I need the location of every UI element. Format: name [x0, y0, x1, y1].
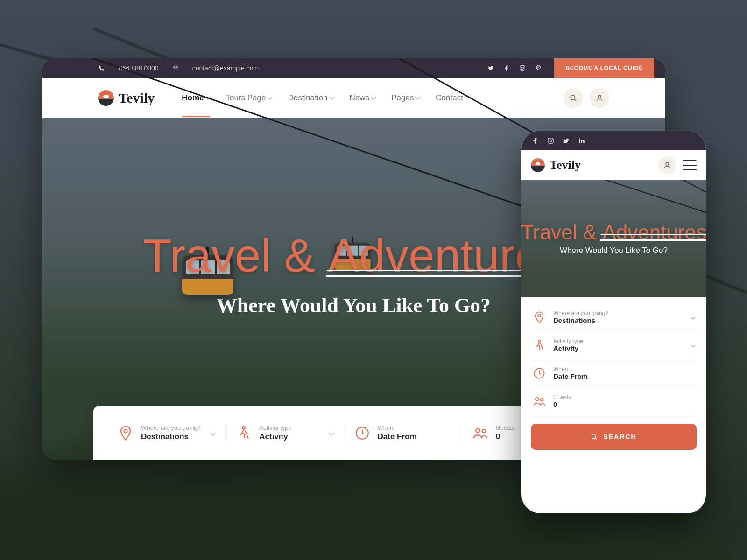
nav-destination[interactable]: Destination	[288, 93, 333, 103]
field-top: Where are you going?	[141, 424, 201, 431]
field-top: When	[378, 424, 417, 431]
field-value: Destinations	[553, 316, 608, 324]
mobile-search-form: Where are you going?Destinations Activit…	[521, 297, 706, 461]
chevron-down-icon	[691, 315, 696, 320]
become-guide-button[interactable]: BECOME A LOCAL GUIDE	[554, 58, 654, 78]
pin-icon	[118, 425, 134, 441]
brand-name: Tevily	[550, 158, 581, 172]
twitter-icon[interactable]	[487, 64, 494, 72]
nav-contact[interactable]: Contact	[436, 93, 463, 103]
field-value: Date From	[378, 432, 417, 441]
account-button[interactable]	[658, 156, 676, 174]
pinterest-icon[interactable]	[535, 64, 542, 72]
search-destination[interactable]: Where are you going?Destinations	[531, 303, 697, 331]
facebook-icon[interactable]	[532, 137, 539, 144]
hero-script: Travel & Adventures	[521, 222, 706, 243]
instagram-icon[interactable]	[547, 137, 554, 144]
brand-mark-icon	[531, 158, 545, 172]
search-activity[interactable]: Activity typeActivity	[531, 331, 697, 359]
hero-subhead: Where Would You Like To Go?	[560, 246, 668, 255]
nav-label: Pages	[391, 93, 414, 103]
hero-script-a: Travel &	[521, 221, 602, 244]
field-top: Where are you going?	[553, 310, 608, 316]
field-value: 0	[496, 432, 515, 441]
mobile-preview: Tevily Travel & Adventures Where Would Y…	[521, 131, 706, 513]
linkedin-icon[interactable]	[578, 137, 585, 144]
chevron-down-icon	[268, 94, 273, 99]
chevron-down-icon	[416, 94, 421, 99]
chevron-down-icon	[371, 94, 376, 99]
search-icon	[591, 434, 598, 441]
brand-mark-icon	[98, 90, 114, 106]
nav-news[interactable]: News	[350, 93, 376, 103]
clock-icon	[354, 425, 370, 441]
pin-icon	[533, 311, 546, 324]
field-top: Guests	[553, 394, 571, 400]
facebook-icon[interactable]	[503, 64, 510, 72]
topbar-email: contact@example.com	[192, 64, 259, 72]
field-value: Activity	[259, 432, 291, 441]
field-top: Guests	[496, 424, 515, 431]
instagram-icon[interactable]	[519, 64, 526, 72]
nav-label: Destination	[288, 93, 327, 103]
hero-script: Travel & Adventures	[143, 232, 564, 280]
nav-label: Contact	[436, 93, 463, 103]
brand[interactable]: Tevily	[98, 90, 155, 106]
phone-icon	[98, 64, 106, 72]
nav-label: News	[350, 93, 370, 103]
nav-label: Tours Page	[226, 93, 266, 103]
brand-name: Tevily	[119, 90, 155, 106]
account-button[interactable]	[590, 88, 609, 108]
search-button[interactable]	[564, 88, 583, 108]
chevron-down-icon	[329, 94, 334, 99]
chevron-down-icon	[329, 430, 334, 435]
field-top: Activity type	[259, 424, 291, 431]
hiker-icon	[533, 339, 546, 352]
topbar: 666 888 0000 contact@example.com BECOME …	[42, 58, 665, 78]
chevron-down-icon	[211, 430, 216, 435]
search-when[interactable]: WhenDate From	[344, 424, 462, 441]
nav-pages[interactable]: Pages	[391, 93, 420, 103]
clock-icon	[533, 367, 546, 380]
chevron-down-icon	[691, 343, 696, 348]
mail-icon	[172, 64, 179, 72]
mobile-topbar	[521, 131, 706, 150]
search-activity[interactable]: Activity typeActivity	[226, 424, 344, 441]
search-button[interactable]: SEARCH	[531, 424, 697, 450]
search-button-label: SEARCH	[603, 433, 636, 441]
field-value: 0	[553, 400, 571, 408]
brand[interactable]: Tevily	[531, 158, 581, 172]
field-top: Activity type	[553, 338, 583, 344]
field-value: Date From	[553, 372, 588, 380]
main-nav: Tevily Home Tours Page Destination News …	[42, 78, 665, 118]
mobile-nav: Tevily	[521, 150, 706, 180]
menu-button[interactable]	[683, 160, 697, 170]
search-when[interactable]: WhenDate From	[531, 359, 697, 387]
search-destination[interactable]: Where are you going?Destinations	[107, 424, 226, 441]
nav-tours[interactable]: Tours Page	[226, 93, 272, 103]
hero-script-b: Adventures	[602, 222, 706, 243]
field-value: Activity	[553, 344, 583, 352]
field-top: When	[553, 366, 588, 372]
search-guests[interactable]: Guests0	[531, 387, 697, 415]
mobile-hero: Travel & Adventures Where Would You Like…	[521, 180, 706, 297]
twitter-icon[interactable]	[563, 137, 570, 144]
guests-icon	[533, 395, 546, 408]
field-value: Destinations	[141, 432, 201, 441]
hero-script-a: Travel &	[143, 229, 328, 281]
guests-icon	[472, 425, 488, 441]
hiker-icon	[236, 425, 252, 441]
